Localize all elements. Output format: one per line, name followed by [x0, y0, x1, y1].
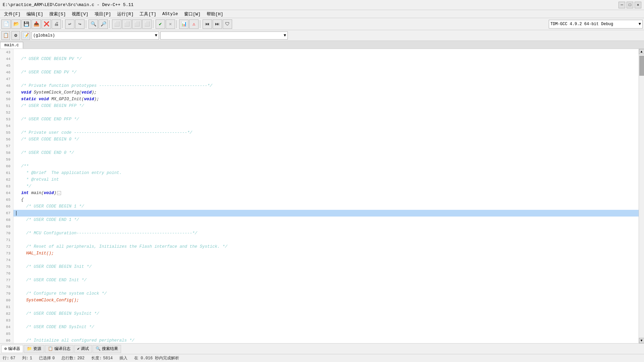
- code-line-59[interactable]: [13, 156, 639, 163]
- scroll-thumb[interactable]: [639, 56, 644, 76]
- toggle-comment-button[interactable]: ⬜: [132, 19, 142, 29]
- menu-item-AStyle[interactable]: AStyle: [160, 11, 181, 17]
- menu-item-W[interactable]: 窗口[W]: [181, 10, 203, 18]
- code-line-53[interactable]: /* USER CODE END PFP */: [13, 116, 639, 123]
- menu-item-R[interactable]: 运行[R]: [114, 10, 136, 18]
- menu-item-P[interactable]: 项目[P]: [92, 10, 114, 18]
- code-line-77[interactable]: /* USER CODE END Init */: [13, 277, 639, 284]
- untoggle-comment-button[interactable]: ⬜: [142, 19, 152, 29]
- code-line-57[interactable]: [13, 143, 639, 149]
- bottom-tab-调试[interactable]: ✔调试: [74, 345, 92, 353]
- code-line-68[interactable]: /* USER CODE END 1 */: [13, 217, 639, 223]
- class-icon-button[interactable]: 📋: [1, 31, 10, 40]
- second-function-dropdown[interactable]: ▼: [160, 32, 288, 40]
- open-button[interactable]: 📂: [11, 19, 21, 29]
- minimize-button[interactable]: —: [619, 2, 625, 8]
- step-back-button[interactable]: ⏮: [203, 19, 212, 29]
- vertical-scrollbar[interactable]: ▲ ▼: [639, 49, 644, 343]
- code-line-52[interactable]: [13, 109, 639, 116]
- code-line-67[interactable]: [13, 210, 639, 217]
- code-line-48[interactable]: /* Private function prototypes ---------…: [13, 82, 639, 89]
- code-line-49[interactable]: void SystemClock_Config(void);: [13, 89, 639, 96]
- length-label: 长度:: [91, 355, 102, 361]
- code-line-73[interactable]: HAL_Init();: [13, 250, 639, 257]
- warn-button[interactable]: ⚠: [189, 19, 199, 29]
- code-line-63[interactable]: */: [13, 183, 639, 190]
- code-line-66[interactable]: /* USER CODE BEGIN 1 */: [13, 203, 639, 210]
- code-line-81[interactable]: [13, 304, 639, 310]
- code-line-70[interactable]: /* MCU Configuration--------------------…: [13, 230, 639, 237]
- save-button[interactable]: 💾: [21, 19, 31, 29]
- code-line-84[interactable]: /* USER CODE END SysInit */: [13, 324, 639, 330]
- variable-icon-button[interactable]: 📝: [21, 31, 30, 40]
- code-line-71[interactable]: [13, 237, 639, 243]
- code-line-46[interactable]: /* USER CODE END PV */: [13, 69, 639, 76]
- abort-button[interactable]: ✕: [166, 19, 175, 29]
- code-line-62[interactable]: * @retval int: [13, 176, 639, 183]
- bottom-tab-搜索结果[interactable]: 🔍搜索结果: [93, 345, 121, 353]
- code-line-65[interactable]: {: [13, 196, 639, 203]
- toolbar-separator-5: [176, 20, 178, 28]
- menu-item-V[interactable]: 视图[V]: [69, 10, 91, 18]
- code-line-69[interactable]: [13, 223, 639, 230]
- code-line-58[interactable]: /* USER CODE END 0 */: [13, 149, 639, 156]
- menu-item-T[interactable]: 工具[T]: [137, 10, 159, 18]
- close-all-button[interactable]: ❌: [42, 19, 51, 29]
- code-line-72[interactable]: /* Reset of all peripherals, Initializes…: [13, 243, 639, 250]
- bottom-tab-编译日志[interactable]: 📋编译日志: [45, 345, 73, 353]
- syntax-check-button[interactable]: ✔: [156, 19, 165, 29]
- menu-item-S[interactable]: 搜索[S]: [47, 10, 68, 18]
- chart-button[interactable]: 📊: [179, 19, 189, 29]
- code-line-43[interactable]: [13, 49, 639, 56]
- menu-item-E[interactable]: 编辑[E]: [24, 10, 46, 18]
- unindent-button[interactable]: ⬜: [122, 19, 131, 29]
- code-line-78[interactable]: [13, 284, 639, 290]
- code-line-51[interactable]: /* USER CODE BEGIN PFP */: [13, 103, 639, 109]
- code-line-55[interactable]: /* Private user code -------------------…: [13, 129, 639, 136]
- code-line-47[interactable]: [13, 76, 639, 82]
- code-area[interactable]: /* USER CODE BEGIN PV */ /* USER CODE EN…: [13, 49, 639, 343]
- code-line-74[interactable]: [13, 257, 639, 263]
- compiler-dropdown[interactable]: TDM-GCC 4.9.2 64-bit Debug ▼: [549, 20, 643, 28]
- code-line-44[interactable]: /* USER CODE BEGIN PV */: [13, 56, 639, 62]
- bottom-tab-编译器[interactable]: ⚙编译器: [1, 345, 23, 353]
- bottom-tab-资源[interactable]: 📁资源: [24, 345, 44, 353]
- code-line-50[interactable]: static void MX_GPIO_Init(void);: [13, 96, 639, 103]
- indent-button[interactable]: ⬜: [112, 19, 121, 29]
- redo-button[interactable]: ↪: [75, 19, 85, 29]
- fold-indicator[interactable]: -: [57, 191, 61, 195]
- maximize-button[interactable]: □: [627, 2, 633, 8]
- save-all-button[interactable]: 📥: [32, 19, 41, 29]
- code-line-83[interactable]: [13, 317, 639, 324]
- code-line-86[interactable]: /* Initialize all configured peripherals…: [13, 337, 639, 343]
- scroll-down-button[interactable]: ▼: [639, 338, 644, 343]
- find-button[interactable]: 🔍: [89, 19, 98, 29]
- scroll-up-button[interactable]: ▲: [639, 49, 644, 54]
- code-line-79[interactable]: /* Configure the system clock */: [13, 290, 639, 297]
- code-line-54[interactable]: [13, 123, 639, 129]
- step-fwd-button[interactable]: ⏭: [213, 19, 222, 29]
- new-button[interactable]: 📄: [1, 19, 11, 29]
- function-icon-button[interactable]: ⚙: [11, 31, 20, 40]
- close-button[interactable]: ✕: [635, 2, 641, 8]
- undo-button[interactable]: ↩: [65, 19, 74, 29]
- menu-item-H[interactable]: 帮助[H]: [204, 10, 226, 18]
- tab-main-c[interactable]: main.c: [0, 42, 23, 49]
- code-line-45[interactable]: [13, 62, 639, 69]
- toolbar-separator-1: [62, 20, 64, 28]
- code-line-60[interactable]: /**: [13, 163, 639, 170]
- code-line-56[interactable]: /* USER CODE BEGIN 0 */: [13, 136, 639, 143]
- code-line-61[interactable]: * @brief The application entry point.: [13, 170, 639, 176]
- shield-button[interactable]: 🛡: [223, 19, 232, 29]
- code-line-64[interactable]: int main(void)-: [13, 190, 639, 196]
- code-line-85[interactable]: [13, 330, 639, 337]
- menu-item-F[interactable]: 文件[F]: [1, 10, 23, 18]
- code-line-80[interactable]: SystemClock_Config();: [13, 297, 639, 304]
- code-text: /* USER CODE BEGIN 0 */: [16, 137, 79, 142]
- globals-dropdown[interactable]: (globals) ▼: [32, 32, 159, 40]
- code-line-76[interactable]: [13, 270, 639, 277]
- code-line-82[interactable]: /* USER CODE BEGIN SysInit */: [13, 310, 639, 317]
- code-line-75[interactable]: /* USER CODE BEGIN Init */: [13, 263, 639, 270]
- replace-button[interactable]: 🔎: [99, 19, 108, 29]
- print-button[interactable]: 🖨: [52, 19, 61, 29]
